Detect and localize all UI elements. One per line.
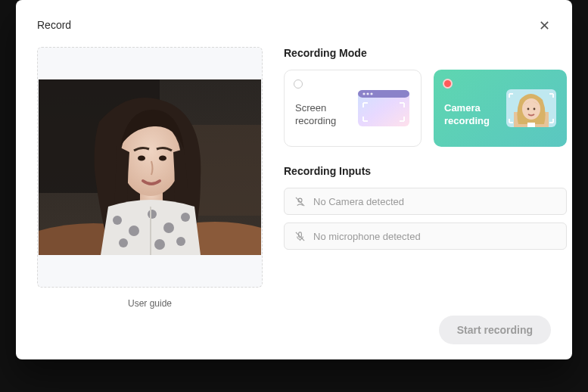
camera-input-text: No Camera detected	[313, 196, 404, 207]
svg-point-12	[119, 238, 128, 247]
user-guide-link[interactable]: User guide	[37, 298, 263, 309]
svg-rect-25	[527, 123, 535, 127]
modal-footer: Start recording	[439, 316, 551, 344]
recording-mode-options: Screen recording	[284, 70, 567, 147]
svg-point-5	[138, 155, 145, 160]
preview-column: User guide	[37, 47, 263, 309]
mode-card-screen[interactable]: Screen recording	[284, 70, 422, 147]
svg-point-18	[366, 92, 369, 95]
svg-point-19	[370, 92, 372, 95]
mode-label-screen: Screen recording	[295, 102, 348, 128]
microphone-input-text: No microphone detected	[313, 231, 421, 242]
svg-point-14	[176, 237, 185, 246]
recording-inputs-list: No Camera detected No microphone detecte…	[284, 188, 567, 250]
svg-point-17	[362, 92, 365, 95]
screen-thumbnail-icon	[357, 89, 410, 127]
svg-point-11	[181, 213, 190, 222]
svg-point-8	[129, 226, 139, 236]
microphone-off-icon	[294, 230, 306, 242]
svg-rect-16	[358, 90, 409, 98]
recording-inputs-heading: Recording Inputs	[284, 165, 567, 177]
svg-point-13	[154, 239, 165, 250]
camera-off-icon	[294, 195, 306, 207]
camera-thumbnail-icon	[506, 89, 556, 127]
mode-card-camera[interactable]: Camera recording	[434, 70, 567, 147]
svg-point-9	[148, 210, 157, 219]
close-button[interactable]	[537, 18, 551, 32]
modal-body: User guide Recording Mode Screen recordi…	[37, 47, 551, 309]
svg-point-23	[527, 108, 530, 110]
svg-point-6	[159, 155, 166, 160]
recording-mode-heading: Recording Mode	[284, 47, 567, 59]
camera-input-select[interactable]: No Camera detected	[284, 188, 567, 215]
radio-unselected-icon	[294, 79, 303, 89]
svg-point-22	[522, 98, 540, 120]
close-icon	[540, 20, 549, 30]
mode-label-camera: Camera recording	[444, 102, 497, 128]
settings-column: Recording Mode Screen recording	[284, 47, 567, 309]
record-modal: Record	[16, 0, 572, 359]
modal-title: Record	[37, 19, 71, 31]
preview-box	[37, 47, 263, 288]
svg-point-24	[534, 108, 536, 110]
svg-point-10	[163, 222, 174, 233]
microphone-input-select[interactable]: No microphone detected	[284, 222, 567, 250]
svg-point-7	[113, 216, 122, 225]
start-recording-button[interactable]: Start recording	[439, 316, 551, 344]
camera-preview	[39, 79, 261, 255]
record-indicator-icon	[443, 79, 453, 89]
modal-header: Record	[37, 18, 551, 32]
